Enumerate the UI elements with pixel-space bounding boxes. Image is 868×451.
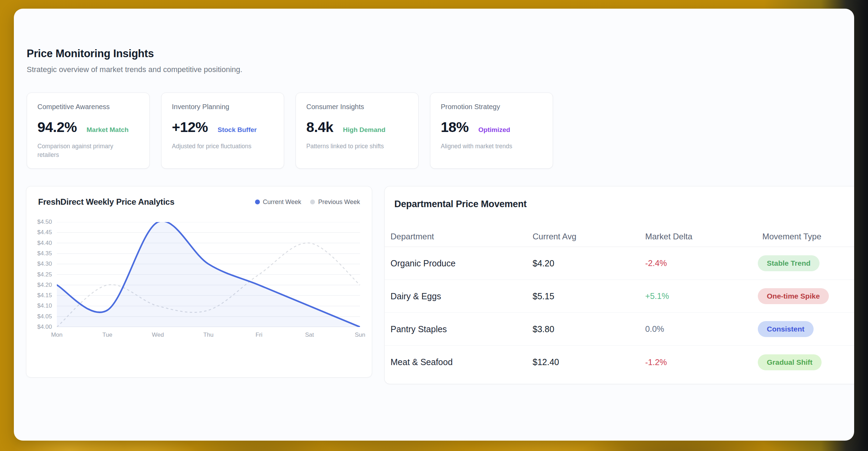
movement-type-badge: Gradual Shift [758, 354, 822, 370]
current-avg-cell: $5.15 [533, 291, 645, 301]
y-axis-tick: $4.00 [37, 324, 52, 330]
x-axis-tick: Mon [51, 331, 62, 338]
current-avg-cell: $4.20 [533, 258, 645, 268]
chart-plot-wrap: $4.50$4.45$4.40$4.35$4.30$4.25$4.20$4.15… [38, 222, 360, 327]
stat-badge: Optimized [479, 126, 510, 134]
x-axis-tick: Sat [305, 331, 314, 338]
stat-value: +12% [172, 119, 208, 135]
stat-cards-row: Competitive Awareness 94.2% Market Match… [27, 92, 854, 169]
y-axis: $4.50$4.45$4.40$4.35$4.30$4.25$4.20$4.15… [38, 222, 52, 327]
stat-description: Aligned with market trends [441, 142, 533, 151]
y-axis-tick: $4.35 [37, 250, 52, 257]
table-row: Organic Produce $4.20 -2.4% Stable Trend [385, 247, 854, 280]
table-row: Pantry Staples $3.80 0.0% Consistent [385, 313, 854, 346]
y-axis-tick: $4.30 [37, 260, 52, 267]
y-axis-tick: $4.50 [37, 219, 52, 226]
stat-value-row: 18% Optimized [441, 119, 542, 135]
stat-value-row: +12% Stock Buffer [172, 119, 273, 135]
stat-badge: High Demand [343, 126, 385, 134]
market-delta-cell: -1.2% [645, 357, 762, 367]
market-delta-cell: +5.1% [645, 291, 762, 301]
stat-card-consumer-insights: Consumer Insights 8.4k High Demand Patte… [296, 92, 419, 169]
x-axis-tick: Wed [152, 331, 164, 338]
table-header-row: Department Current Avg Market Delta Move… [385, 226, 854, 247]
dashboard-panel: Price Monitoring Insights Strategic over… [14, 9, 854, 441]
current-week-dot-icon [255, 200, 260, 204]
department-cell: Meat & Seafood [391, 357, 533, 367]
movement-type-badge: One-time Spike [758, 288, 829, 304]
column-header-current-avg: Current Avg [533, 232, 645, 241]
legend-item-previous-week[interactable]: Previous Week [310, 198, 360, 206]
current-avg-cell: $3.80 [533, 324, 645, 334]
market-delta-cell: -2.4% [645, 258, 762, 268]
y-axis-tick: $4.45 [37, 229, 52, 236]
previous-week-dot-icon [310, 200, 315, 204]
market-delta-cell: 0.0% [645, 324, 762, 334]
stat-label: Promotion Strategy [441, 103, 542, 111]
y-axis-tick: $4.20 [37, 282, 52, 289]
x-axis-tick: Thu [203, 331, 213, 338]
current-avg-cell: $12.40 [533, 357, 645, 367]
y-axis-tick: $4.10 [37, 302, 52, 309]
stat-description: Comparison against primary retailers [37, 142, 129, 160]
stat-value: 94.2% [37, 119, 77, 135]
stat-value-row: 94.2% Market Match [37, 119, 139, 135]
chart-title: FreshDirect Weekly Price Analytics [38, 197, 174, 207]
price-line-chart [57, 222, 360, 327]
y-axis-tick: $4.15 [37, 292, 52, 299]
stat-value: 8.4k [306, 119, 333, 135]
stat-card-promotion-strategy: Promotion Strategy 18% Optimized Aligned… [430, 92, 553, 169]
column-header-market-delta: Market Delta [645, 232, 762, 241]
y-axis-tick: $4.05 [37, 313, 52, 320]
stat-label: Consumer Insights [306, 103, 408, 111]
y-axis-tick: $4.25 [37, 271, 52, 278]
stat-card-inventory-planning: Inventory Planning +12% Stock Buffer Adj… [161, 92, 284, 169]
table-row: Dairy & Eggs $5.15 +5.1% One-time Spike [385, 280, 854, 313]
stat-description: Adjusted for price fluctuations [172, 142, 264, 151]
content-row: FreshDirect Weekly Price Analytics Curre… [26, 186, 854, 384]
page-header: Price Monitoring Insights Strategic over… [14, 9, 854, 74]
table-title: Departmental Price Movement [394, 199, 854, 210]
stat-card-competitive-awareness: Competitive Awareness 94.2% Market Match… [27, 92, 150, 169]
stat-value-row: 8.4k High Demand [306, 119, 408, 135]
department-cell: Dairy & Eggs [391, 291, 533, 301]
stat-badge: Market Match [87, 126, 129, 134]
chart-header: FreshDirect Weekly Price Analytics Curre… [38, 197, 360, 207]
legend-label: Previous Week [318, 198, 360, 206]
stat-label: Inventory Planning [172, 103, 273, 111]
department-cell: Pantry Staples [391, 324, 533, 334]
column-header-department: Department [391, 232, 533, 241]
weekly-price-chart-card: FreshDirect Weekly Price Analytics Curre… [26, 186, 372, 378]
x-axis-tick: Tue [102, 331, 112, 338]
y-axis-tick: $4.40 [37, 240, 52, 247]
stat-value: 18% [441, 119, 469, 135]
legend-item-current-week[interactable]: Current Week [255, 198, 301, 206]
stat-label: Competitive Awareness [37, 103, 139, 111]
x-axis: MonTueWedThuFriSatSun [57, 327, 360, 342]
column-header-movement-type: Movement Type [762, 232, 844, 241]
legend-label: Current Week [263, 198, 301, 206]
price-movement-table-card: Departmental Price Movement Department C… [384, 186, 854, 384]
stat-description: Patterns linked to price shifts [306, 142, 398, 151]
plot-area: MonTueWedThuFriSatSun [57, 222, 360, 327]
movement-type-badge: Stable Trend [758, 255, 819, 271]
x-axis-tick: Sun [355, 331, 365, 338]
table-row: Meat & Seafood $12.40 -1.2% Gradual Shif… [385, 346, 854, 379]
stat-badge: Stock Buffer [218, 126, 257, 134]
page-subtitle: Strategic overview of market trends and … [27, 65, 840, 74]
movement-type-badge: Consistent [758, 321, 814, 337]
page-title: Price Monitoring Insights [27, 47, 840, 60]
chart-legend: Current Week Previous Week [255, 198, 360, 206]
x-axis-tick: Fri [255, 331, 262, 338]
department-cell: Organic Produce [391, 258, 533, 268]
